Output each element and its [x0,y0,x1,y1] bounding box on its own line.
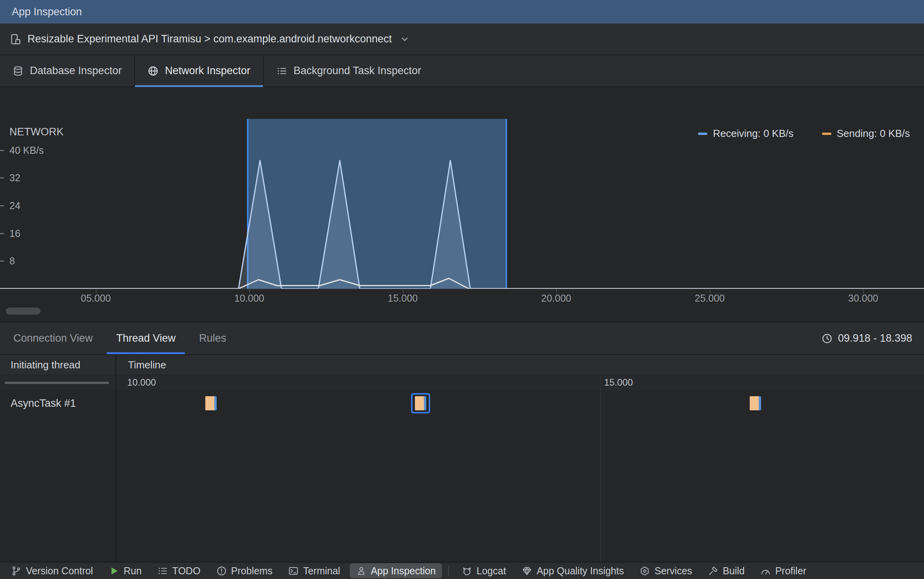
toolwindow-button-problems[interactable]: Problems [210,563,279,578]
inspector-tabs: Database Inspector Network Inspector Bac… [0,55,924,87]
app-inspection-window: App Inspection Resizable Experimental AP… [0,0,924,579]
process-selector[interactable]: Resizable Experimental API Tiramisu > co… [0,24,924,55]
tab-label: Network Inspector [165,65,250,77]
network-request-block[interactable] [415,396,426,410]
toolwindow-button-version-control[interactable]: Version Control [5,563,99,578]
status-bar: Version ControlRunTODOProblemsTerminalAp… [0,562,924,579]
thread-column-scrollbar[interactable] [5,382,109,384]
profiler-icon [760,566,771,576]
device-icon [9,33,21,45]
toolwindow-button-label: Profiler [775,565,806,577]
time-range: 09.918 - 18.398 [822,322,912,354]
network-chart[interactable]: NETWORK Receiving: 0 KB/sSending: 0 KB/s… [0,119,924,289]
background-task-icon [276,66,287,76]
branch-icon [11,566,22,576]
toolwindow-button-todo[interactable]: TODO [151,563,207,578]
todo-icon [157,566,168,576]
column-header-initiating-thread: Initiating thread [0,359,115,371]
thread-table-header: Initiating thread Timeline [0,354,924,375]
tab-rules[interactable]: Rules [187,322,238,354]
x-axis-label: 25.000 [695,293,725,304]
toolwindow-button-label: Terminal [303,565,340,577]
toolwindow-button-run[interactable]: Run [102,563,148,578]
timeline-axis-row: 10.00015.000 [0,375,924,390]
toolwindow-button-app-quality-insights[interactable]: App Quality Insights [515,563,630,578]
tab-connection-view[interactable]: Connection View [2,322,104,354]
toolwindow-button-build[interactable]: Build [701,563,751,578]
logcat-icon [462,566,472,576]
network-request-block[interactable] [750,396,761,410]
terminal-icon [288,566,299,576]
problems-icon [216,566,227,576]
tab-network-inspector[interactable]: Network Inspector [134,55,263,86]
tab-label: Database Inspector [30,65,122,77]
build-icon [708,566,718,576]
legend-entry: Sending: 0 KB/s [822,127,910,140]
view-tabs-bar: Connection View Thread View Rules 09.918… [0,322,924,354]
legend-entry: Receiving: 0 KB/s [698,127,793,140]
chevron-down-icon [400,34,410,44]
tool-window-title: App Inspection [12,6,82,18]
toolwindow-button-label: TODO [172,565,201,577]
x-axis-label: 15.000 [388,293,418,304]
legend-swatch [698,133,707,135]
tool-window-title-bar: App Inspection [0,0,924,24]
network-chart-svg [0,119,924,289]
clock-icon [822,333,833,344]
insights-icon [522,566,532,576]
tab-label: Thread View [116,332,175,344]
legend-label: Sending: 0 KB/s [837,127,910,140]
tab-label: Connection View [13,332,93,344]
toolwindow-button-label: Version Control [26,565,93,577]
toolwindow-button-label: Run [124,565,142,577]
tab-thread-view[interactable]: Thread View [104,322,187,354]
chart-legend: Receiving: 0 KB/sSending: 0 KB/s [698,127,910,140]
toolwindow-button-label: App Quality Insights [537,565,624,577]
timeline-tick-label: 15.000 [604,377,633,388]
x-axis-label: 20.000 [541,293,571,304]
toolwindow-button-label: Services [654,565,692,577]
toolwindow-button-label: Build [723,565,745,577]
toolwindow-button-label: App Inspection [371,565,436,577]
database-icon [13,66,24,76]
network-request-block[interactable] [205,396,217,410]
timeline-gridline [600,375,601,562]
inspector-toolbar [0,87,924,119]
column-divider[interactable] [115,354,116,562]
tab-label: Background Task Inspector [294,65,421,77]
toolwindow-button-terminal[interactable]: Terminal [282,563,346,578]
process-selector-label: Resizable Experimental API Tiramisu > co… [27,33,392,45]
network-globe-icon [148,66,159,76]
timeline-tick-label: 10.000 [127,377,156,388]
x-axis-label: 05.000 [81,293,111,304]
app-inspection-icon [356,566,367,576]
toolwindow-button-profiler[interactable]: Profiler [754,563,813,578]
toolwindow-button-services[interactable]: Services [633,563,698,578]
column-header-timeline: Timeline [115,359,166,371]
thread-table: Initiating thread Timeline 10.00015.000 … [0,354,924,562]
tab-background-task-inspector[interactable]: Background Task Inspector [263,55,434,86]
run-icon [109,566,119,576]
chart-title: NETWORK [9,126,64,138]
tab-database-inspector[interactable]: Database Inspector [0,55,134,86]
toolwindow-button-label: Logcat [477,565,506,577]
thread-table-body: AsyncTask #1 [0,390,924,562]
chart-x-axis: 05.00010.00015.00020.00025.00030.000 [0,289,924,306]
legend-swatch [822,133,831,135]
statusbar-separator [448,566,449,576]
services-icon [639,566,650,576]
legend-label: Receiving: 0 KB/s [713,127,793,140]
toolwindow-button-label: Problems [231,565,273,577]
toolwindow-button-app-inspection[interactable]: App Inspection [350,563,442,578]
tab-label: Rules [199,332,226,344]
x-axis-label: 30.000 [848,293,878,304]
x-axis-label: 10.000 [234,293,264,304]
toolwindow-button-logcat[interactable]: Logcat [455,563,512,578]
time-range-text: 09.918 - 18.398 [838,332,912,344]
chart-horizontal-scrollbar[interactable] [6,308,40,315]
thread-row-label: AsyncTask #1 [11,390,76,416]
